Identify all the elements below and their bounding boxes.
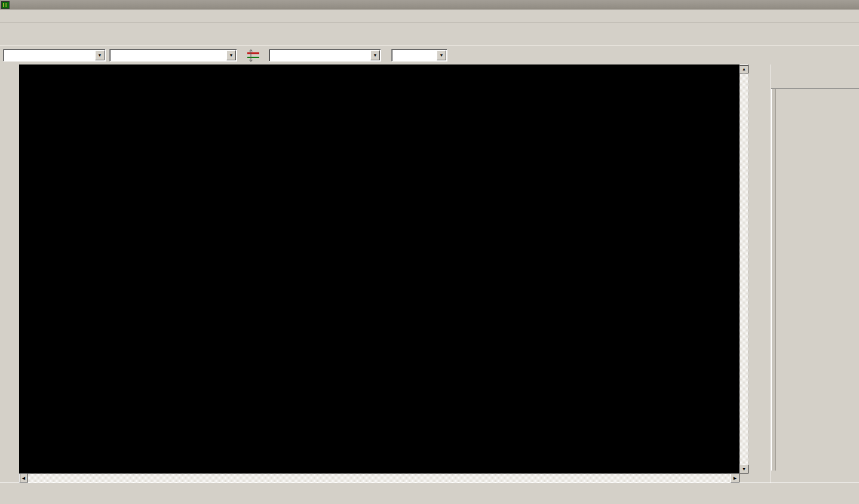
parameters-toolbar: ▼ ▼ ▼ ▼ [0,45,859,64]
track-width-select[interactable]: ▼ [3,49,106,62]
chevron-down-icon[interactable]: ▼ [226,50,236,60]
vertical-scrollbar[interactable]: ▲ ▼ [740,64,748,474]
zoom-select[interactable]: ▼ [391,49,447,62]
left-options-toolbar [0,64,19,474]
user-grid-select[interactable]: ▼ [269,49,381,62]
pcbnew-app-icon [1,1,10,9]
pcb-canvas[interactable] [19,64,740,474]
layers-manager-panel [771,64,859,483]
auto-track-width-icon [246,48,260,63]
auto-track-width-toggle[interactable] [245,47,261,63]
layer-list [776,89,859,471]
vertical-scroll-thumb[interactable] [740,64,748,66]
horizontal-scroll-thumb[interactable] [19,474,20,483]
pcb-drawing [19,64,740,474]
board-counters [0,483,859,485]
chevron-down-icon[interactable]: ▼ [370,50,380,60]
scroll-up-icon[interactable]: ▲ [740,64,748,73]
horizontal-scrollbar[interactable]: ◀ ▶ [19,474,740,483]
cursor-readouts [0,500,859,504]
via-size-select[interactable]: ▼ [109,49,237,62]
menu-bar [0,10,859,23]
layers-manager-title [771,64,859,75]
scroll-left-icon[interactable]: ◀ [19,474,28,483]
scroll-down-icon[interactable]: ▼ [740,465,748,474]
layers-list-scrollbar[interactable] [771,89,776,471]
chevron-down-icon[interactable]: ▼ [437,50,446,60]
chevron-down-icon[interactable]: ▼ [95,50,105,60]
status-bar [0,483,859,504]
title-bar [0,0,859,10]
main-toolbar [0,23,859,45]
right-tools-toolbar [748,64,771,474]
scroll-right-icon[interactable]: ▶ [731,474,740,483]
layers-manager-tabs [771,75,859,88]
